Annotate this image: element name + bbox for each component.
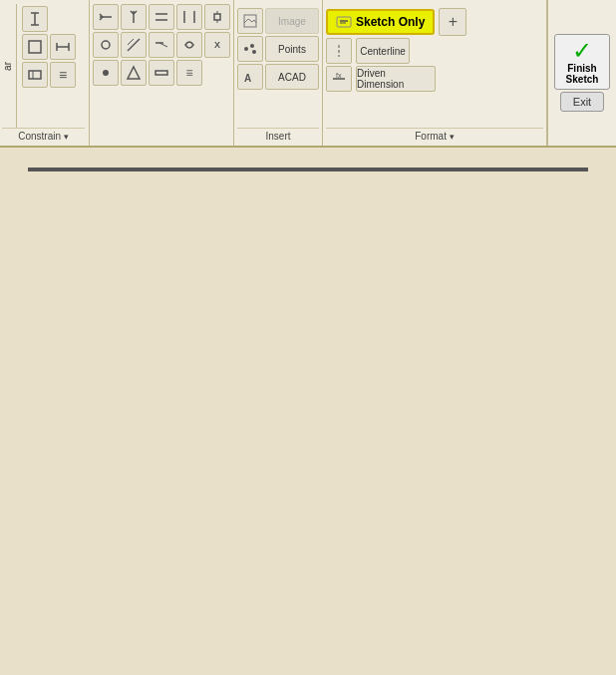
dimension-section-label: Constrain ▾ bbox=[2, 128, 85, 144]
constrain-icon-2[interactable] bbox=[121, 4, 147, 30]
constrain-dropdown-arrow[interactable]: ▾ bbox=[64, 132, 69, 142]
svg-point-32 bbox=[250, 44, 254, 48]
format-section: Sketch Only + Centerline fx bbox=[323, 0, 547, 146]
dimension-icon-1[interactable] bbox=[22, 6, 48, 32]
svg-point-31 bbox=[244, 47, 248, 51]
constrain-icon-5[interactable] bbox=[204, 4, 230, 30]
svg-rect-3 bbox=[29, 41, 41, 53]
format-dropdown-arrow[interactable]: ▾ bbox=[450, 132, 455, 142]
insert-image-btn: Image bbox=[265, 8, 319, 34]
checkmark-icon: ✓ bbox=[572, 39, 592, 63]
centerline-icon[interactable] bbox=[326, 38, 352, 64]
dimension-icon-4[interactable] bbox=[22, 62, 48, 88]
constrain-icon-1[interactable] bbox=[93, 4, 119, 30]
sketch-only-label: Sketch Only bbox=[356, 15, 425, 29]
constrain-icon-14[interactable]: ≡ bbox=[176, 60, 202, 86]
svg-point-33 bbox=[252, 50, 256, 54]
insert-section-label: Insert Insert bbox=[237, 128, 319, 144]
insert-section: Image Points A ACAD Insert bbox=[234, 0, 323, 146]
svg-rect-7 bbox=[29, 71, 41, 79]
constrain-icon-7[interactable] bbox=[121, 32, 147, 58]
insert-points-icon[interactable] bbox=[237, 36, 263, 62]
constrain-icon-10[interactable]: X bbox=[204, 32, 230, 58]
constrain-icon-9[interactable] bbox=[176, 32, 202, 58]
constrain-icon-12[interactable] bbox=[121, 60, 147, 86]
constrain-icon-6[interactable] bbox=[93, 32, 119, 58]
constrain-icon-4[interactable] bbox=[176, 4, 202, 30]
sketch-frame: 36.000 fx:36.000 bbox=[28, 168, 588, 171]
centerline-btn[interactable]: Centerline bbox=[356, 38, 410, 64]
finish-label: Finish bbox=[567, 63, 596, 74]
svg-rect-29 bbox=[155, 71, 167, 75]
left-label: ar bbox=[2, 62, 13, 71]
svg-point-27 bbox=[103, 70, 109, 76]
insert-acad-btn[interactable]: ACAD bbox=[265, 64, 319, 90]
exit-button[interactable]: Exit bbox=[560, 92, 604, 112]
sketch-only-icon bbox=[336, 14, 352, 30]
svg-text:A: A bbox=[244, 73, 251, 84]
svg-marker-28 bbox=[128, 67, 140, 79]
insert-acad-icon[interactable]: A bbox=[237, 64, 263, 90]
insert-points-btn[interactable]: Points bbox=[265, 36, 319, 62]
constrain-icon-3[interactable] bbox=[149, 4, 174, 30]
driven-dimension-icon[interactable]: fx bbox=[326, 66, 352, 92]
svg-line-24 bbox=[128, 39, 134, 45]
constrain-icon-8[interactable] bbox=[149, 32, 174, 58]
finish-sketch-section: ✓ Finish Sketch Exit bbox=[547, 0, 616, 146]
svg-rect-19 bbox=[214, 14, 220, 20]
add-format-button[interactable]: + bbox=[439, 8, 466, 36]
sketch-only-button[interactable]: Sketch Only bbox=[326, 9, 435, 35]
exit-area: Exit bbox=[556, 92, 608, 112]
driven-dimension-btn[interactable]: Driven Dimension bbox=[356, 66, 436, 92]
format-section-label: Format ▾ bbox=[326, 128, 543, 144]
dimension-icon-3[interactable] bbox=[50, 34, 76, 60]
dimension-icon-5[interactable]: ≡ bbox=[50, 62, 76, 88]
toolbar: ar bbox=[0, 0, 616, 148]
svg-text:fx: fx bbox=[336, 72, 342, 79]
insert-image-icon[interactable] bbox=[237, 8, 263, 34]
constrain-icon-13[interactable] bbox=[149, 60, 174, 86]
constrain-icon-11[interactable] bbox=[93, 60, 119, 86]
finish-sketch-button[interactable]: ✓ Finish Sketch bbox=[554, 34, 610, 90]
svg-line-23 bbox=[128, 39, 140, 51]
svg-rect-35 bbox=[337, 17, 351, 27]
dimension-section: ar bbox=[0, 0, 90, 146]
dimension-icon-2[interactable] bbox=[22, 34, 48, 60]
sketch-label: Sketch bbox=[566, 74, 599, 85]
svg-point-22 bbox=[102, 41, 110, 49]
constrain-section: X ≡ bbox=[90, 0, 234, 146]
